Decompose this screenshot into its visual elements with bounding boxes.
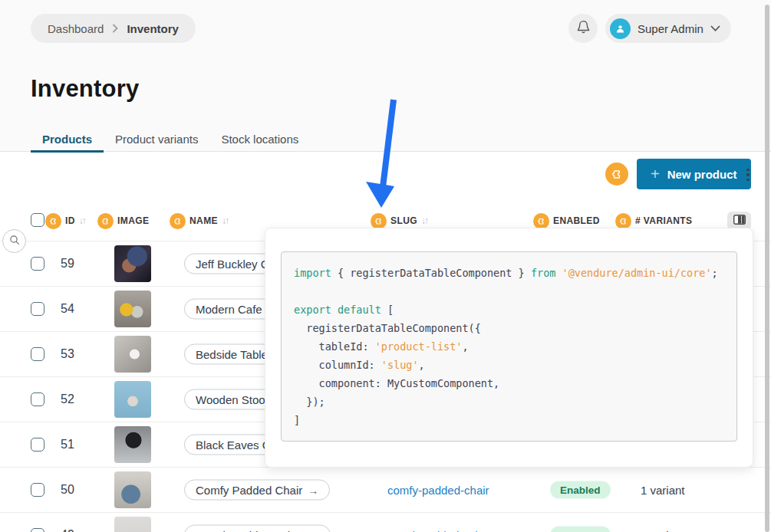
product-id: 52: [61, 392, 74, 406]
tab-products[interactable]: Products: [31, 126, 104, 152]
chevron-right-icon: [111, 24, 119, 33]
column-header-image: IMAGE: [97, 210, 149, 232]
breadcrumb: Dashboard Inventory: [31, 14, 196, 43]
product-name-link[interactable]: Comfy Padded Chair→: [184, 480, 330, 501]
ui-extension-badge-icon: [170, 213, 186, 229]
variant-count: 1 variant: [641, 484, 685, 497]
search-button[interactable]: [2, 229, 26, 253]
product-image: [114, 245, 151, 282]
product-slug-link[interactable]: comfy-padded-chair: [387, 484, 489, 497]
code-popup: import { registerDataTableComponent } fr…: [265, 228, 753, 468]
product-id: 50: [61, 483, 74, 497]
enabled-badge: Enabled: [550, 481, 611, 499]
tab-product-variants[interactable]: Product variants: [104, 126, 209, 152]
row-checkbox[interactable]: [31, 347, 44, 361]
product-id: 51: [61, 438, 74, 452]
scrollbar[interactable]: [765, 5, 769, 532]
tab-stock-locations[interactable]: Stock locations: [209, 126, 310, 152]
sort-icon[interactable]: ↓↑: [421, 215, 427, 226]
notifications-button[interactable]: [568, 14, 598, 43]
product-image: [114, 291, 151, 327]
table-row: 49Wooden Side Basket→wooden-side-basketE…: [0, 513, 771, 532]
user-menu[interactable]: Super Admin: [605, 14, 731, 43]
column-header-name[interactable]: NAME ↓↑: [170, 210, 228, 232]
column-header-id[interactable]: ID ↓↑: [45, 210, 85, 232]
product-image: [114, 336, 151, 373]
columns-icon: [733, 215, 746, 227]
table-row: 50Comfy Padded Chair→comfy-padded-chairE…: [0, 468, 771, 513]
arrow-right-icon: →: [308, 529, 319, 532]
avatar: [610, 18, 631, 39]
ui-extension-badge-icon: [605, 163, 628, 186]
page-title: Inventory: [31, 75, 139, 103]
breadcrumb-dashboard[interactable]: Dashboard: [48, 22, 104, 35]
product-image: [114, 381, 151, 418]
product-name-link[interactable]: Wooden Side Basket→: [184, 525, 331, 532]
product-slug-link[interactable]: wooden-side-basket: [387, 529, 490, 532]
product-id: 59: [61, 257, 74, 271]
row-checkbox[interactable]: [31, 392, 44, 406]
chevron-down-icon: [710, 21, 720, 35]
product-id: 54: [61, 302, 74, 316]
plus-icon: +: [651, 166, 660, 182]
tab-bar: Products Product variants Stock location…: [31, 126, 310, 152]
new-product-button[interactable]: + New product: [637, 159, 751, 189]
ui-extension-badge-icon: [533, 213, 549, 229]
product-id: 53: [61, 347, 74, 361]
arrow-right-icon: →: [308, 484, 318, 496]
product-image: [114, 426, 151, 463]
enabled-badge: Enabled: [550, 527, 611, 532]
search-icon: [8, 234, 21, 248]
row-checkbox[interactable]: [31, 483, 44, 497]
product-image: [114, 517, 151, 532]
breadcrumb-inventory[interactable]: Inventory: [127, 22, 179, 35]
row-checkbox[interactable]: [31, 528, 44, 532]
ui-extension-badge-icon: [45, 213, 61, 229]
sort-icon[interactable]: ↓↑: [79, 215, 85, 226]
product-image: [114, 471, 151, 508]
new-product-label: New product: [667, 168, 737, 181]
ui-extension-badge-icon: [97, 213, 114, 229]
bell-icon: [576, 20, 591, 37]
sort-icon[interactable]: ↓↑: [222, 215, 228, 226]
product-id: 49: [61, 528, 74, 532]
select-all-checkbox[interactable]: [31, 213, 44, 227]
code-snippet: import { registerDataTableComponent } fr…: [281, 251, 737, 442]
user-name: Super Admin: [638, 22, 703, 35]
row-checkbox[interactable]: [31, 302, 44, 316]
ui-extension-badge-icon: [615, 213, 631, 229]
variant-count: 1 variant: [641, 529, 685, 532]
row-checkbox[interactable]: [31, 257, 44, 271]
ui-extension-badge-icon: [371, 213, 387, 229]
row-checkbox[interactable]: [31, 438, 44, 452]
more-actions-button[interactable]: [743, 164, 753, 186]
